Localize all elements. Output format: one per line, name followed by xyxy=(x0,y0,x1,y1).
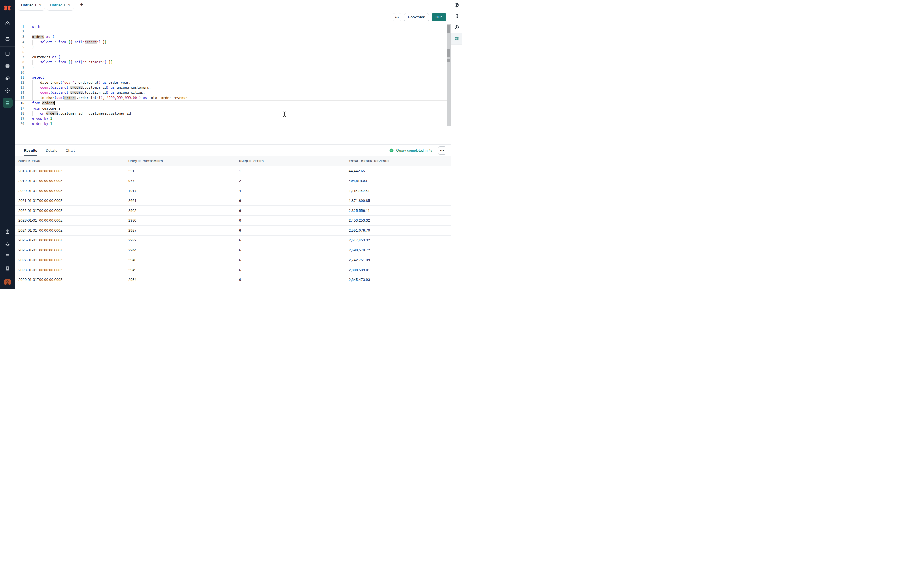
sidebar-item-support[interactable] xyxy=(0,238,15,250)
code-line-17[interactable]: 17join customers xyxy=(15,106,451,111)
line-number: 20 xyxy=(15,121,24,126)
results-tab-details[interactable]: Details xyxy=(46,145,57,156)
column-header[interactable]: UNIQUE_CITIES xyxy=(236,160,345,163)
table-cell: 6 xyxy=(236,198,345,203)
table-row[interactable]: 2026-01-01T00:00:00.000Z294462,690,570.7… xyxy=(15,245,451,255)
code-text: select xyxy=(32,75,44,80)
table-cell: 2021-01-01T00:00:00.000Z xyxy=(15,198,125,203)
code-line-14[interactable]: 14 count(distinct orders.location_id) as… xyxy=(15,90,451,95)
table-cell: 1,841,049.32 xyxy=(345,288,451,288)
table-cell: 2944 xyxy=(125,248,236,252)
code-line-3[interactable]: 3orders as ( xyxy=(15,34,451,39)
table-cell: 2020-01-01T00:00:00.000Z xyxy=(15,189,125,193)
close-tab-icon[interactable]: × xyxy=(39,3,41,7)
table-cell: 2029-01-01T00:00:00.000Z xyxy=(15,278,125,282)
close-tab-icon[interactable]: × xyxy=(68,3,70,7)
code-line-11[interactable]: 11select xyxy=(15,75,451,80)
sidebar-item-home[interactable] xyxy=(0,16,15,31)
sidebar-item-org[interactable] xyxy=(0,262,15,274)
code-text: date_trunc('year', ordered_at) as order_… xyxy=(32,80,131,85)
table-row[interactable]: 2021-01-01T00:00:00.000Z266161,871,800.8… xyxy=(15,196,451,206)
table-cell: 6 xyxy=(236,248,345,252)
code-text: orders as ( xyxy=(32,34,54,39)
hex-logo-icon[interactable] xyxy=(0,0,15,16)
org-icon xyxy=(5,266,10,271)
editor-scrollbar-minimap[interactable] xyxy=(447,24,451,126)
table-row[interactable]: 2022-01-01T00:00:00.000Z290262,325,556.1… xyxy=(15,206,451,216)
table-body: 2018-01-01T00:00:00.000Z221144,442.65201… xyxy=(15,166,451,288)
rail-item-bookmark[interactable] xyxy=(451,11,462,22)
table-row[interactable]: 2030-01-01T00:00:00.000Z287961,841,049.3… xyxy=(15,285,451,288)
code-line-8[interactable]: 8 select * from {{ ref('customers') }} xyxy=(15,60,451,64)
line-number: 3 xyxy=(15,34,24,39)
user-avatar[interactable] xyxy=(0,276,15,288)
sidebar-item-clipboard[interactable] xyxy=(0,226,15,238)
table-row[interactable]: 2018-01-01T00:00:00.000Z221144,442.65 xyxy=(15,166,451,176)
sidebar-item-code-browser[interactable] xyxy=(0,60,15,72)
code-line-15[interactable]: 15 to_char(sum(orders.order_total), '999… xyxy=(15,95,451,100)
results-tabs: ResultsDetailsChart xyxy=(15,145,75,156)
history-icon xyxy=(454,24,459,31)
code-browser-icon xyxy=(5,63,10,69)
code-line-18[interactable]: 18 on orders.customer_id = customers.cus… xyxy=(15,111,451,116)
results-more-button[interactable]: ••• xyxy=(438,146,446,155)
column-header[interactable]: ORDER_YEAR xyxy=(15,160,125,163)
table-cell: 221 xyxy=(125,169,236,173)
code-line-1[interactable]: 1with xyxy=(15,24,451,29)
table-row[interactable]: 2019-01-01T00:00:00.000Z9772494,818.00 xyxy=(15,176,451,186)
cell-toolbar: ••• Bookmark Run xyxy=(15,11,451,23)
table-cell: 2927 xyxy=(125,228,236,232)
code-line-20[interactable]: 20order by 1 xyxy=(15,121,451,126)
sidebar-item-apps[interactable] xyxy=(0,48,15,60)
table-cell: 2661 xyxy=(125,198,236,203)
sidebar-item-docs[interactable] xyxy=(0,250,15,262)
code-line-19[interactable]: 19group by 1 xyxy=(15,116,451,121)
table-row[interactable]: 2029-01-01T00:00:00.000Z295462,845,473.9… xyxy=(15,275,451,285)
table-row[interactable]: 2023-01-01T00:00:00.000Z293062,453,253.3… xyxy=(15,216,451,226)
table-cell: 2932 xyxy=(125,238,236,242)
sidebar-item-collections[interactable] xyxy=(0,31,15,47)
bookmark-button[interactable]: Bookmark xyxy=(404,13,429,21)
table-row[interactable]: 2028-01-01T00:00:00.000Z294962,808,539.0… xyxy=(15,265,451,275)
text-caret xyxy=(54,101,55,105)
table-row[interactable]: 2027-01-01T00:00:00.000Z294662,742,751.3… xyxy=(15,255,451,265)
results-tab-chart[interactable]: Chart xyxy=(66,145,75,156)
line-number: 12 xyxy=(15,80,24,85)
results-tab-results[interactable]: Results xyxy=(24,145,37,156)
code-line-10[interactable]: 10 xyxy=(15,70,451,75)
table-row[interactable]: 2024-01-01T00:00:00.000Z292762,551,076.7… xyxy=(15,226,451,235)
table-row[interactable]: 2025-01-01T00:00:00.000Z293262,617,453.3… xyxy=(15,235,451,246)
sidebar-item-notebook-active[interactable] xyxy=(3,98,13,108)
run-button[interactable]: Run xyxy=(431,13,446,21)
column-header[interactable]: TOTAL_ORDER_REVENUE xyxy=(345,160,451,163)
code-line-7[interactable]: 7customers as ( xyxy=(15,55,451,60)
table-cell: 2,617,453.32 xyxy=(345,238,451,242)
editor-tab-1[interactable]: Untitled 1× xyxy=(18,0,45,11)
rail-item-explore[interactable] xyxy=(451,0,462,11)
code-line-2[interactable]: 2 xyxy=(15,29,451,34)
line-number: 10 xyxy=(15,70,24,75)
sidebar-item-explore[interactable] xyxy=(0,84,15,97)
editor-tab-2[interactable]: Untitled 1× xyxy=(47,0,74,11)
table-row[interactable]: 2020-01-01T00:00:00.000Z191741,115,869.5… xyxy=(15,186,451,196)
sidebar-item-windows[interactable] xyxy=(0,72,15,84)
sql-editor[interactable]: 1with23orders as (4 select * from {{ ref… xyxy=(15,23,451,144)
code-text: on orders.customer_id = customers.custom… xyxy=(32,111,131,116)
code-line-9[interactable]: 9) xyxy=(15,65,451,70)
table-cell: 1917 xyxy=(125,189,236,193)
code-line-4[interactable]: 4 select * from {{ ref('orders') }} xyxy=(15,40,451,45)
rail-item-magic-chat[interactable] xyxy=(451,34,462,45)
table-cell: 6 xyxy=(236,228,345,232)
table-header-row: ORDER_YEARUNIQUE_CUSTOMERSUNIQUE_CITIEST… xyxy=(15,156,451,166)
rail-item-history[interactable] xyxy=(451,22,462,34)
table-cell: 2027-01-01T00:00:00.000Z xyxy=(15,258,125,262)
code-line-5[interactable]: 5), xyxy=(15,45,451,50)
code-line-6[interactable]: 6 xyxy=(15,50,451,55)
code-line-16[interactable]: 16from orders xyxy=(15,100,451,106)
code-text: select * from {{ ref('orders') }} xyxy=(32,40,107,45)
cell-more-button[interactable]: ••• xyxy=(393,13,401,21)
column-header[interactable]: UNIQUE_CUSTOMERS xyxy=(125,160,236,163)
new-tab-button[interactable]: + xyxy=(78,2,85,7)
code-line-13[interactable]: 13 count(distinct orders.customer_id) as… xyxy=(15,85,451,90)
code-line-12[interactable]: 12 date_trunc('year', ordered_at) as ord… xyxy=(15,80,451,85)
